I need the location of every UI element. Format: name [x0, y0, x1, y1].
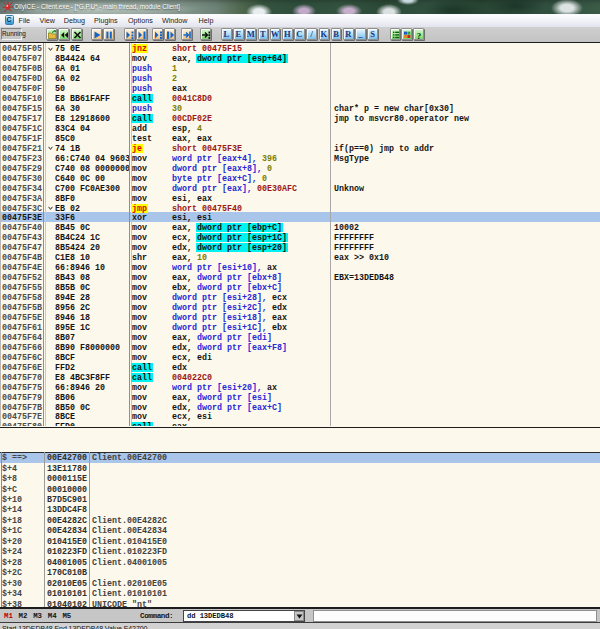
svg-text:?: ?	[417, 31, 422, 41]
